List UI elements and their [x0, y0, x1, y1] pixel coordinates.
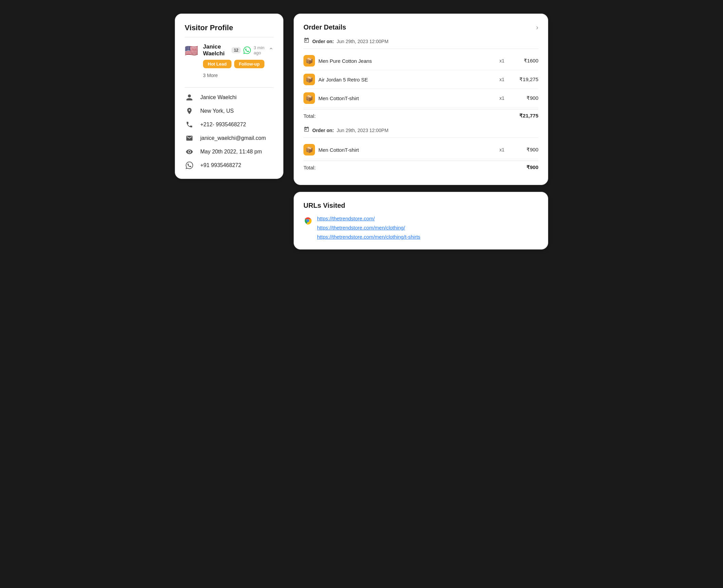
product-name-1-1: Men Pure Cotton Jeans — [318, 58, 496, 64]
order-item-row-2-1: 📦 Men CottonT-shirt x1 ₹900 — [303, 141, 538, 159]
visitor-email-info: janice_waelchi@gmail.com — [200, 135, 266, 141]
chrome-icon-wrap — [303, 216, 312, 240]
product-qty-1-3: x1 — [499, 95, 504, 101]
product-icon-1-3: 📦 — [303, 92, 315, 104]
visitor-profile-card: Visitor Profile 🇺🇸 Janice Waelchi 12 3 — [175, 14, 283, 179]
order-date-row-1: Order on: Jun 29th, 2023 12:00PM — [303, 37, 538, 45]
product-qty-1-1: x1 — [499, 58, 504, 63]
order-date-label-1: Order on: — [312, 39, 334, 44]
visitor-info-list: Janice Waelchi New York, US +212- 993546… — [185, 94, 274, 169]
visitor-phone-info: +212- 9935468272 — [200, 122, 246, 128]
phone-icon — [185, 121, 194, 128]
visitor-header-info: Janice Waelchi 12 3 min ago ⌃ Hot Lead — [203, 43, 274, 80]
visitor-tags-row: Hot Lead Follow-up 3 More — [203, 60, 274, 80]
eye-icon — [185, 148, 194, 155]
whatsapp-contact-icon — [185, 162, 194, 169]
order-date-value-1: Jun 29th, 2023 12:00PM — [337, 39, 389, 44]
order-total-row-1: Total: ₹21,775 — [303, 109, 538, 120]
visitor-time-ago: 3 min ago — [254, 45, 266, 55]
email-icon — [185, 134, 194, 142]
visitor-location-info: New York, US — [200, 108, 234, 114]
product-icon-1-1: 📦 — [303, 55, 315, 67]
visitor-name-row: Janice Waelchi 12 3 min ago ⌃ — [203, 43, 274, 57]
left-column: Visitor Profile 🇺🇸 Janice Waelchi 12 3 — [175, 14, 283, 250]
country-flag: 🇺🇸 — [185, 44, 198, 57]
product-price-2-1: ₹900 — [515, 147, 538, 153]
order-card-header: Order Details › — [303, 23, 538, 31]
order-total-row-2: Total: ₹900 — [303, 161, 538, 172]
product-name-1-2: Air Jordan 5 Retro SE — [318, 77, 496, 82]
order-total-label-2: Total: — [303, 165, 316, 170]
right-column: Order Details › Order on: Jun 29th, 2023… — [294, 14, 548, 250]
order-date-value-2: Jun 29th, 2023 12:00PM — [337, 128, 389, 133]
url-list: https://thetrendstore.com/ https://thetr… — [317, 216, 420, 240]
order-details-title: Order Details — [303, 23, 346, 31]
visitor-name: Janice Waelchi — [203, 43, 229, 57]
order-divider-1 — [303, 49, 538, 49]
visitor-divider — [185, 87, 274, 88]
visitor-whatsapp-info: +91 9935468272 — [200, 162, 241, 168]
calendar-icon-1 — [303, 37, 310, 45]
order-item-row-1-1: 📦 Men Pure Cotton Jeans x1 ₹1600 — [303, 52, 538, 70]
info-row-email: janice_waelchi@gmail.com — [185, 134, 274, 142]
tag-followup[interactable]: Follow-up — [234, 60, 264, 68]
visitor-name-info: Janice Waelchi — [200, 94, 237, 100]
order-date-row-2: Order on: Jun 29th, 2023 12:00PM — [303, 126, 538, 134]
product-qty-2-1: x1 — [499, 147, 504, 152]
location-icon — [185, 107, 194, 115]
url-link-1[interactable]: https://thetrendstore.com/ — [317, 216, 420, 221]
order-date-label-2: Order on: — [312, 128, 334, 133]
product-name-2-1: Men CottonT-shirt — [318, 147, 496, 153]
urls-visited-title: URLs Visited — [303, 202, 538, 209]
tag-hot-lead[interactable]: Hot Lead — [203, 60, 231, 68]
urls-content: https://thetrendstore.com/ https://thetr… — [303, 216, 538, 240]
info-row-whatsapp: +91 9935468272 — [185, 162, 274, 169]
person-icon — [185, 94, 194, 101]
visitor-badge-count: 12 — [231, 47, 241, 53]
calendar-icon-2 — [303, 126, 310, 134]
main-layout: Visitor Profile 🇺🇸 Janice Waelchi 12 3 — [175, 14, 548, 250]
visitor-header: 🇺🇸 Janice Waelchi 12 3 min ago ⌃ — [185, 43, 274, 80]
url-link-2[interactable]: https://thetrendstore.com/men/clothing/ — [317, 225, 420, 231]
order-details-card: Order Details › Order on: Jun 29th, 2023… — [294, 14, 548, 185]
chrome-icon — [303, 216, 312, 225]
info-row-seen: May 20th 2022, 11:48 pm — [185, 148, 274, 155]
visitor-profile-title: Visitor Profile — [185, 23, 274, 37]
info-row-phone: +212- 9935468272 — [185, 121, 274, 128]
product-price-1-1: ₹1600 — [515, 58, 538, 64]
order-details-chevron[interactable]: › — [536, 23, 538, 31]
order-section-2: Order on: Jun 29th, 2023 12:00PM 📦 Men C… — [303, 126, 538, 172]
order-divider-2 — [303, 137, 538, 138]
order-total-price-1: ₹21,775 — [519, 113, 538, 119]
product-icon-1-2: 📦 — [303, 74, 315, 85]
product-icon-2-1: 📦 — [303, 144, 315, 155]
visitor-seen-info: May 20th 2022, 11:48 pm — [200, 149, 262, 155]
product-qty-1-2: x1 — [499, 77, 504, 82]
product-name-1-3: Men CottonT-shirt — [318, 95, 496, 101]
order-item-row-1-2: 📦 Air Jordan 5 Retro SE x1 ₹19,275 — [303, 70, 538, 89]
urls-visited-card: URLs Visited https://thetrendstore.com/ — [294, 192, 548, 250]
whatsapp-icon — [243, 47, 251, 54]
product-price-1-2: ₹19,275 — [515, 76, 538, 82]
tag-more[interactable]: 3 More — [203, 71, 218, 80]
order-section-1: Order on: Jun 29th, 2023 12:00PM 📦 Men P… — [303, 37, 538, 120]
order-total-price-2: ₹900 — [526, 164, 538, 170]
order-total-label-1: Total: — [303, 113, 316, 119]
collapse-icon[interactable]: ⌃ — [268, 47, 274, 54]
info-row-name: Janice Waelchi — [185, 94, 274, 101]
product-price-1-3: ₹900 — [515, 95, 538, 101]
order-item-row-1-3: 📦 Men CottonT-shirt x1 ₹900 — [303, 89, 538, 108]
info-row-location: New York, US — [185, 107, 274, 115]
url-link-3[interactable]: https://thetrendstore.com/men/clothing/t… — [317, 234, 420, 240]
